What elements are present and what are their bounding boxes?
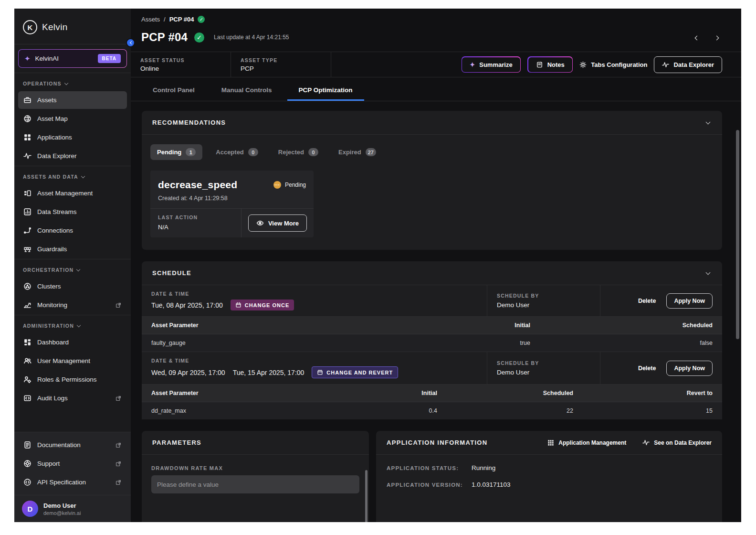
sidebar-item-monitoring[interactable]: Monitoring (18, 296, 127, 314)
sidebar-item-guardrails[interactable]: Guardrails (18, 240, 127, 258)
section-header[interactable]: ORCHESTRATION (14, 259, 131, 277)
asset-status-value: Online (140, 65, 221, 72)
recommendation-name: decrease_speed (158, 179, 237, 191)
sidebar-item-api-specification[interactable]: API Specification (18, 473, 127, 491)
role-gear-icon (23, 375, 32, 384)
last-update-text: Last update at 4 Apr 14:21:55 (214, 34, 289, 41)
external-link-icon (115, 395, 122, 402)
delete-button[interactable]: Delete (638, 365, 656, 372)
status-check-icon: ✓ (198, 16, 205, 23)
sidebar-item-documentation[interactable]: Documentation (18, 436, 127, 454)
section-header[interactable]: ASSETS AND DATA (14, 166, 131, 183)
delete-button[interactable]: Delete (638, 298, 656, 304)
breadcrumb-current: PCP #04 (169, 16, 194, 23)
apply-now-button[interactable]: Apply Now (666, 293, 713, 309)
param-name: dd_rate_max (142, 402, 313, 419)
external-link-icon (115, 460, 122, 467)
beta-badge: BETA (98, 54, 121, 63)
next-asset-button[interactable] (713, 32, 720, 43)
main-content: Assets / PCP #04 ✓ PCP #04 ✓ Last update… (131, 9, 741, 522)
sidebar-item-applications[interactable]: Applications (18, 128, 127, 146)
tabs-configuration-button[interactable]: Tabs Configuration (579, 61, 647, 68)
notes-button[interactable]: Notes (528, 57, 572, 72)
sidebar-item-audit-logs[interactable]: Audit Logs (18, 389, 127, 407)
recommendation-created: Created at: 4 Apr 11:29:58 (158, 195, 306, 202)
external-link-icon (115, 442, 122, 449)
calendar-icon (317, 369, 323, 375)
sidebar-item-kelvin-ai[interactable]: ✦ KelvinAI BETA (18, 49, 127, 68)
prev-asset-button[interactable] (693, 32, 701, 43)
sidebar-item-connections[interactable]: Connections (18, 222, 127, 239)
section-header[interactable]: OPERATIONS (14, 73, 131, 90)
parameters-header: PARAMETERS (142, 431, 369, 455)
filter-accepted[interactable]: Accepted 0 (209, 144, 265, 160)
main-scrollbar-thumb[interactable] (736, 130, 739, 339)
sidebar-item-clusters[interactable]: Clusters (18, 278, 127, 295)
tab-control-panel[interactable]: Control Panel (141, 79, 206, 101)
application-information-panel: APPLICATION INFORMATION Application Mana… (376, 431, 722, 522)
breadcrumb-separator: / (164, 16, 166, 23)
see-on-data-explorer-link[interactable]: See on Data Explorer (642, 439, 712, 446)
sparkle-icon: ✦ (470, 61, 475, 68)
application-management-link[interactable]: Application Management (547, 439, 626, 446)
chevron-left-icon (695, 35, 700, 40)
logo: K Kelvin (14, 9, 131, 44)
kelvin-logo-icon: K (23, 20, 37, 34)
barrier-icon (23, 245, 32, 253)
apply-now-button[interactable]: Apply Now (666, 361, 713, 376)
schedule-by-value: Demo User (497, 369, 590, 376)
schedule-by-cell: SCHEDULE BY Demo User (487, 285, 600, 316)
tab-content: RECOMMENDATIONS Pending 1 Accepted 0 (131, 101, 741, 522)
last-action-cell: LAST ACTION N/A (150, 209, 242, 237)
connections-icon (23, 226, 32, 235)
breadcrumb-assets[interactable]: Assets (141, 16, 160, 23)
schedule-header[interactable]: SCHEDULE (142, 261, 722, 285)
schedule-panel: SCHEDULE DATE & TIME Tue, 08 Apr 2025, 1… (142, 261, 722, 419)
sidebar-nav: OPERATIONS Assets Asset Map Applications… (14, 73, 131, 432)
schedule-table-row: faulty_gauge true false (142, 334, 722, 352)
drawdown-rate-max-input[interactable] (151, 475, 359, 493)
sidebar-item-support[interactable]: Support (18, 455, 127, 472)
sidebar-item-dashboard[interactable]: Dashboard (18, 333, 127, 351)
sidebar-item-data-explorer[interactable]: Data Explorer (18, 147, 127, 165)
sidebar-item-user-management[interactable]: User Management (18, 352, 127, 370)
sidebar-item-asset-map[interactable]: Asset Map (18, 110, 127, 128)
data-explorer-button[interactable]: Data Explorer (654, 56, 722, 73)
schedule-by-value: Demo User (497, 301, 590, 309)
tab-manual-controls[interactable]: Manual Controls (210, 79, 284, 101)
schedule-entry: DATE & TIME Wed, 09 Apr 2025, 17:00 Tue,… (142, 352, 722, 385)
view-more-button[interactable]: View More (248, 214, 307, 232)
user-menu[interactable]: D Demo User demo@kelvin.ai (14, 495, 131, 522)
user-name: Demo User (43, 502, 81, 509)
recommendations-header[interactable]: RECOMMENDATIONS (142, 111, 722, 135)
count-badge: 27 (366, 148, 376, 156)
sidebar-collapse-button[interactable] (126, 38, 135, 47)
sidebar-item-assets[interactable]: Assets (18, 91, 127, 109)
application-status-value: Running (472, 464, 495, 471)
section-header[interactable]: ADMINISTRATION (14, 315, 131, 332)
briefcase-icon (23, 96, 32, 104)
tab-pcp-optimization[interactable]: PCP Optimization (287, 79, 364, 101)
lifebuoy-icon (23, 460, 32, 468)
param-name: faulty_gauge (142, 334, 349, 352)
param-revert-to: 15 (583, 402, 722, 419)
pulse-icon (23, 152, 32, 160)
sidebar-item-data-streams[interactable]: Data Streams (18, 203, 127, 221)
tab-bar: Control Panel Manual Controls PCP Optimi… (131, 79, 741, 101)
sidebar-footer: Documentation Support API Specification (14, 432, 131, 495)
parameters-scrollbar-thumb[interactable] (365, 470, 368, 522)
asset-type-value: PCP (241, 65, 321, 72)
filter-expired[interactable]: Expired 27 (332, 144, 383, 160)
count-badge: 0 (308, 148, 318, 156)
filter-rejected[interactable]: Rejected 0 (272, 144, 325, 160)
chevron-down-icon (706, 270, 711, 275)
sidebar-item-roles-permissions[interactable]: Roles & Permissions (18, 371, 127, 388)
filter-pending[interactable]: Pending 1 (150, 144, 202, 160)
asset-management-icon (23, 189, 32, 197)
sidebar-item-asset-management[interactable]: Asset Management (18, 184, 127, 202)
globe-icon (23, 115, 32, 123)
summarize-button[interactable]: ✦ Summarize (462, 57, 520, 72)
logo-text: Kelvin (42, 22, 68, 32)
chevron-left-icon (130, 41, 133, 44)
sparkle-icon: ✦ (24, 54, 31, 63)
